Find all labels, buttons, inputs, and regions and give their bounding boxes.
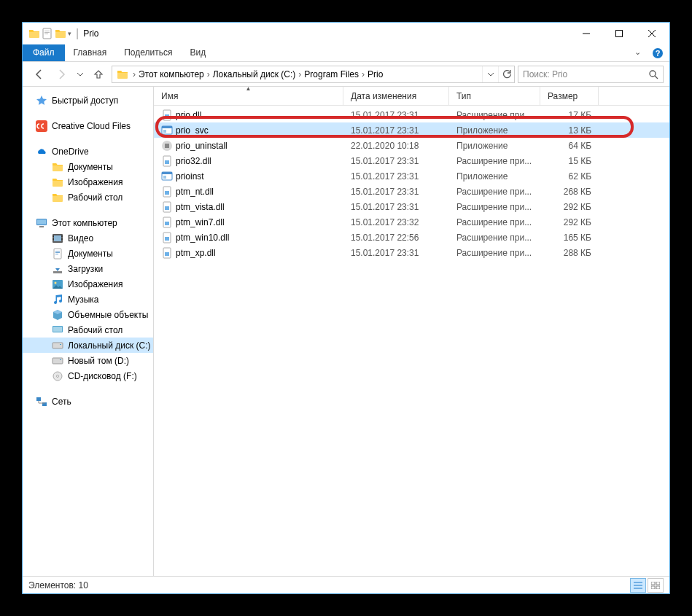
tree-network[interactable]: Сеть: [23, 394, 153, 409]
details-view-button[interactable]: [630, 578, 646, 593]
file-type: Приложение: [449, 171, 540, 182]
svg-rect-52: [651, 582, 655, 585]
tree-item[interactable]: Загрузки: [23, 261, 153, 276]
file-date: 15.01.2017 23:31: [343, 156, 449, 166]
file-name: prio.dll: [176, 110, 201, 120]
file-row[interactable]: prioinst15.01.2017 23:31Приложение62 КБ: [154, 168, 669, 184]
file-icon: [161, 171, 173, 182]
file-row[interactable]: ptm_xp.dll15.01.2017 23:31Расширение при…: [154, 245, 669, 260]
file-size: 15 КБ: [540, 156, 599, 166]
svg-rect-54: [651, 586, 655, 589]
search-placeholder: Поиск: Prio: [518, 69, 644, 79]
tree-disk-c[interactable]: Локальный диск (C:): [23, 338, 153, 353]
search-box[interactable]: Поиск: Prio: [518, 66, 664, 83]
sort-asc-icon: ▲: [246, 87, 252, 92]
file-icon: [161, 217, 173, 228]
tree-disk-d[interactable]: Новый том (D:): [23, 353, 153, 368]
file-row[interactable]: prio_uninstall22.01.2020 10:18Приложение…: [154, 138, 669, 153]
file-icon: [161, 232, 173, 243]
address-bar[interactable]: › Этот компьютер › Локальный диск (C:) ›…: [112, 66, 515, 83]
tree-item[interactable]: Изображения: [23, 276, 153, 292]
icons-view-button[interactable]: [648, 578, 664, 593]
history-dropdown[interactable]: [75, 64, 85, 85]
file-date: 15.01.2017 23:31: [343, 110, 449, 120]
properties-icon[interactable]: [42, 28, 53, 39]
file-type: Расширение при...: [449, 217, 540, 227]
tree-disk-f[interactable]: CD-дисковод (F:): [23, 368, 153, 383]
refresh-button[interactable]: [498, 66, 514, 82]
file-name: ptm_xp.dll: [176, 248, 216, 258]
file-name: prioinst: [176, 171, 204, 182]
tab-home[interactable]: Главная: [65, 44, 116, 61]
file-row[interactable]: prio32.dll15.01.2017 23:31Расширение при…: [154, 153, 669, 168]
tree-item[interactable]: Рабочий стол: [23, 190, 153, 205]
breadcrumb[interactable]: Prio: [366, 69, 384, 79]
file-date: 15.01.2017 23:31: [343, 187, 449, 197]
file-row[interactable]: ptm_vista.dll15.01.2017 23:31Расширение …: [154, 199, 669, 214]
file-name: prio_svc: [176, 125, 209, 136]
help-icon[interactable]: [652, 47, 664, 59]
file-size: 288 КБ: [540, 248, 599, 258]
tree-onedrive[interactable]: OneDrive: [23, 144, 153, 159]
folder-icon[interactable]: [55, 28, 66, 39]
tree-item[interactable]: Изображения: [23, 174, 153, 190]
file-size: 292 КБ: [540, 202, 599, 212]
tree-item[interactable]: Документы: [23, 246, 153, 261]
file-size: 292 КБ: [540, 217, 599, 227]
tree-quick-access[interactable]: Быстрый доступ: [23, 93, 153, 108]
file-size: 165 КБ: [540, 233, 599, 243]
col-type[interactable]: Тип: [449, 87, 540, 105]
tree-creative-cloud[interactable]: Creative Cloud Files: [23, 118, 153, 133]
explorer-window: ▾ | Prio Файл Главная Поделиться Вид ⌄ ›…: [22, 22, 670, 594]
file-row[interactable]: ptm_nt.dll15.01.2017 23:31Расширение при…: [154, 184, 669, 199]
col-name[interactable]: Имя▲: [154, 87, 343, 105]
file-size: 62 КБ: [540, 171, 599, 182]
file-type: Расширение при...: [449, 248, 540, 258]
file-icon: [161, 140, 173, 152]
tree-item[interactable]: Музыка: [23, 292, 153, 307]
breadcrumb[interactable]: Program Files: [303, 69, 360, 79]
tree-item[interactable]: Объемные объекты: [23, 307, 153, 322]
up-button[interactable]: [88, 64, 109, 85]
expand-ribbon-icon[interactable]: ⌄: [634, 47, 646, 59]
tree-item[interactable]: Рабочий стол: [23, 322, 153, 338]
file-size: 17 КБ: [540, 110, 599, 120]
tab-share[interactable]: Поделиться: [115, 44, 181, 61]
address-dropdown[interactable]: [482, 66, 498, 82]
col-size[interactable]: Размер: [540, 87, 599, 105]
search-icon[interactable]: [644, 66, 663, 82]
forward-button[interactable]: [52, 64, 72, 85]
file-row[interactable]: ptm_win10.dll15.01.2017 22:56Расширение …: [154, 230, 669, 245]
file-row[interactable]: prio_svc15.01.2017 23:31Приложение13 КБ: [154, 122, 669, 138]
file-row[interactable]: ptm_win7.dll15.01.2017 23:32Расширение п…: [154, 214, 669, 230]
file-name: prio_uninstall: [176, 141, 228, 151]
tree-item[interactable]: Документы: [23, 159, 153, 174]
tab-view[interactable]: Вид: [181, 44, 214, 61]
tree-this-pc[interactable]: Этот компьютер: [23, 215, 153, 230]
file-type: Расширение при...: [449, 187, 540, 197]
svg-rect-44: [615, 31, 622, 37]
file-date: 22.01.2020 10:18: [343, 141, 449, 151]
file-date: 15.01.2017 23:31: [343, 202, 449, 212]
file-type: Расширение при...: [449, 233, 540, 243]
minimize-button[interactable]: [569, 23, 602, 44]
svg-point-47: [650, 71, 656, 77]
svg-rect-55: [656, 586, 660, 589]
tab-file[interactable]: Файл: [23, 44, 65, 61]
qat-dropdown-icon[interactable]: ▾: [68, 30, 71, 37]
file-list[interactable]: prio.dll15.01.2017 23:31Расширение при..…: [154, 106, 669, 260]
breadcrumb[interactable]: Локальный диск (C:): [211, 69, 298, 79]
file-type: Приложение: [449, 141, 540, 151]
file-type: Расширение при...: [449, 110, 540, 120]
navigation-tree[interactable]: Быстрый доступ Creative Cloud Files OneD…: [23, 87, 154, 576]
close-button[interactable]: [635, 23, 668, 44]
col-date[interactable]: Дата изменения: [343, 87, 449, 105]
maximize-button[interactable]: [602, 23, 635, 44]
tree-item[interactable]: Видео: [23, 230, 153, 246]
file-name: ptm_win7.dll: [176, 217, 225, 227]
svg-line-48: [655, 76, 658, 79]
back-button[interactable]: [28, 64, 49, 85]
window-title: Prio: [83, 28, 98, 39]
file-row[interactable]: prio.dll15.01.2017 23:31Расширение при..…: [154, 107, 669, 122]
breadcrumb[interactable]: Этот компьютер: [137, 69, 206, 79]
